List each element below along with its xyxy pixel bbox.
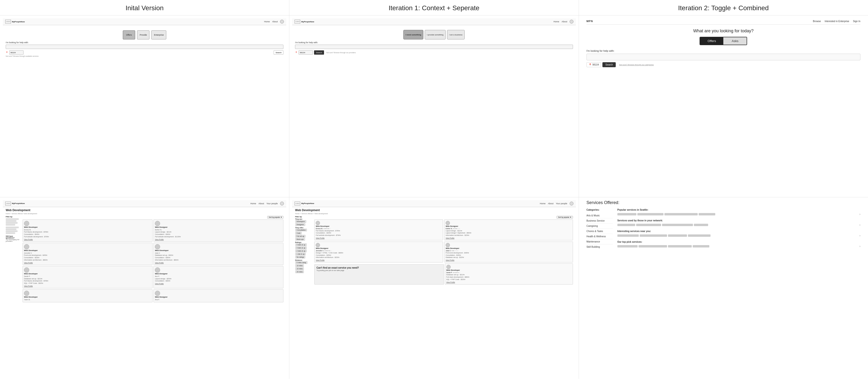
avatar <box>316 243 320 247</box>
table-row: Web Developer Julia V. ★★☆☆☆ Front-end d… <box>444 242 573 262</box>
nav-link-home[interactable]: Home <box>264 21 270 23</box>
col2-search-input[interactable] <box>295 45 573 49</box>
enterprise-btn[interactable]: Enterprise <box>151 30 166 39</box>
col2-cards-area: Sort by popular ▼ Web Developer Emma M. … <box>314 216 573 285</box>
filter-tag-5mi[interactable]: 5 miles away <box>295 261 307 264</box>
bottom-nav-home[interactable]: Home <box>250 202 256 205</box>
bottom-nav-yourpeople[interactable]: Your people <box>267 202 278 205</box>
avatar <box>446 265 451 269</box>
col1-page-title: Web Development <box>6 209 283 212</box>
i-am-business-btn[interactable]: I am a business <box>447 30 465 39</box>
title-bar: Inital Version Iteration 1: Context + Se… <box>0 0 868 15</box>
table-row: Web Designer Jennelle V. ★★★★☆ Design + … <box>314 242 443 262</box>
cat-item-health[interactable]: Health & Wellness <box>587 234 613 239</box>
col2-nav-home[interactable]: Home <box>554 21 559 23</box>
filter-tag-15mi[interactable]: 15 miles <box>295 267 304 270</box>
provide-btn[interactable]: Provide <box>137 30 150 39</box>
mpn-nav-browse[interactable]: Browse <box>813 20 821 23</box>
i-need-btn[interactable]: I need something <box>403 30 423 39</box>
view-profile-link[interactable]: View Profile <box>24 262 151 264</box>
filter-tag-20mi[interactable]: 20 miles <box>295 271 304 273</box>
filter-tag-2stars[interactable]: 2 stars & up <box>295 250 306 252</box>
bar <box>617 234 639 237</box>
offers-btn[interactable]: Offers <box>123 30 135 39</box>
logo-box3: LOGO <box>294 20 300 24</box>
arrow-right-icon[interactable]: › <box>860 234 860 237</box>
col1-nav-links: Home About <box>264 21 278 23</box>
filter-tag-code[interactable]: Code <box>295 232 302 234</box>
card-name: Julia V. <box>155 252 282 254</box>
view-profile-link[interactable]: View Profile <box>155 262 282 264</box>
view-profile-link[interactable]: View Profile <box>446 237 571 239</box>
filter-tag-consult[interactable]: Consultation <box>295 229 307 231</box>
col2-nav-links: Home About <box>554 21 567 23</box>
col2-filter-they-are: They are: <box>295 218 313 220</box>
cat-item-arts[interactable]: Arts & Music <box>587 213 613 218</box>
col2-filter-panel: Filter by: They are: Developers Designer… <box>295 216 313 285</box>
col2-search-btn[interactable]: Search <box>314 50 324 55</box>
view-profile-link[interactable]: View Profile <box>316 259 442 261</box>
cat-item-maintenance[interactable]: Maintenance <box>587 239 613 244</box>
arrow-right-icon[interactable]: › <box>860 223 860 227</box>
col2-sort-btn[interactable]: Sort by popular ▼ <box>557 216 573 219</box>
col2-nav-about[interactable]: About <box>562 21 567 23</box>
bar <box>662 224 693 226</box>
view-profile-link[interactable]: View Profile <box>446 259 571 261</box>
filter-tag-mockups[interactable]: Mock-ups <box>295 238 305 241</box>
mpn-nav-enterprise[interactable]: Interested in Enterprise <box>825 20 849 23</box>
avatar <box>446 221 450 225</box>
col1-zip-input[interactable]: 98104 <box>9 50 24 55</box>
arrow-right-icon[interactable]: › <box>860 245 860 248</box>
offers-toggle[interactable]: Offers <box>700 37 723 45</box>
col2-logo: LOGO MyPeopleNow <box>294 20 314 24</box>
col3-search-btn[interactable]: Search <box>602 62 616 67</box>
col2-bnav-yourpeople[interactable]: Your people <box>556 202 567 205</box>
filter-tag-3stars[interactable]: 3 stars & up <box>295 247 306 249</box>
mpn-nav: Browse Interested in Enterprise Sign In <box>813 20 860 23</box>
cat-item-business[interactable]: Business Service <box>587 218 613 223</box>
view-profile-link[interactable]: View Profile <box>155 239 282 240</box>
cant-find-box: Can't find an exact service you need? Tr… <box>314 264 444 284</box>
bottom-nav-about[interactable]: About <box>258 202 264 205</box>
view-profile-link[interactable]: View Profile <box>24 239 151 240</box>
filter-tag-des[interactable]: Designers <box>295 223 305 226</box>
col2-nav: LOGO MyPeopleNow Home About <box>292 18 576 25</box>
col2-top: LOGO MyPeopleNow Home About I need somet… <box>289 15 579 197</box>
card-name: Jennelle V. <box>24 252 151 254</box>
card-title: Web Developer <box>446 247 571 249</box>
col3-not-sure[interactable]: Not sure? Browse through our categories <box>619 64 654 66</box>
view-profile-link[interactable]: View Profile <box>316 237 442 239</box>
col2-bnav-home[interactable]: Home <box>540 202 546 205</box>
col1-sort-btn[interactable]: Sort by popular ▼ <box>267 216 283 219</box>
col1-search-btn[interactable]: Search <box>274 50 283 55</box>
col3-search-input[interactable] <box>587 54 860 60</box>
cat-item-chores[interactable]: Chores & Tasks <box>587 229 613 234</box>
nav-link-about[interactable]: About <box>272 21 278 23</box>
asks-toggle[interactable]: Asks <box>723 37 747 45</box>
nearby-section: Interesting services near you: › <box>617 230 860 237</box>
mpn-nav-signin[interactable]: Sign In <box>853 20 860 23</box>
filter-tag-10mi[interactable]: 10 miles <box>295 264 304 267</box>
view-profile-link[interactable]: View Profile <box>155 283 282 285</box>
col2-bnav-about[interactable]: About <box>548 202 554 205</box>
filter-tag-dev[interactable]: Developers <box>295 220 306 223</box>
view-profile-link[interactable]: View Profile <box>446 281 571 283</box>
cat-item-caregiving[interactable]: Caregiving <box>587 223 613 229</box>
cat-item-skill[interactable]: Skill Building <box>587 244 613 249</box>
view-profile-link[interactable]: View Profile <box>24 285 151 287</box>
arrow-right-icon[interactable]: › <box>860 213 860 216</box>
avatar <box>316 221 320 225</box>
filter-tag-4stars[interactable]: 4 stars & up <box>295 244 306 246</box>
col3: MPN Browse Interested in Enterprise Sign… <box>579 15 868 379</box>
col1-search-input[interactable] <box>6 45 283 49</box>
filter-tag-setup[interactable]: Full set-up <box>295 235 306 238</box>
top-pick-section: Our top pick services: › <box>617 241 860 248</box>
i-provide-btn[interactable]: I provide something <box>425 30 446 39</box>
col2-zip-input[interactable]: 98104 <box>299 50 313 55</box>
filter-bar6 <box>6 228 17 230</box>
col3-zip-value[interactable]: 98104 <box>592 63 599 66</box>
bar <box>617 245 638 248</box>
card-name: Yadrn B. <box>24 298 151 301</box>
filter-tag-norating[interactable]: No ratings <box>295 256 305 258</box>
filter-tag-1star[interactable]: 1 star & up <box>295 253 306 255</box>
